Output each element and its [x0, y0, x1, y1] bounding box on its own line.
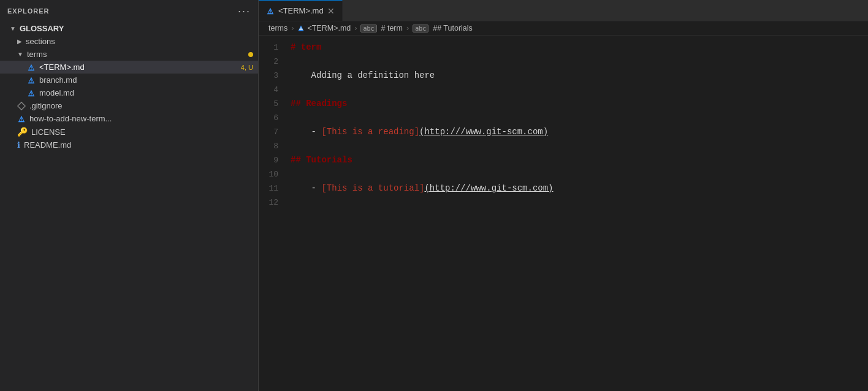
line-content-11: - [This is a tutorial](http:///www.git-s… — [291, 181, 868, 195]
link-text-readings: [This is a reading] — [321, 127, 419, 137]
line-num-10: 10 — [259, 168, 291, 181]
code-line-5: 5 ## Readings — [259, 97, 868, 111]
sidebar: EXPLORER ··· ▼ GLOSSARY ▶ sections ▼ ter… — [0, 0, 259, 391]
line-content-3: Adding a definition here — [291, 69, 868, 82]
line-content-10 — [291, 167, 868, 181]
git-modified-icon-model — [27, 89, 36, 97]
sidebar-item-label: LICENSE — [31, 127, 66, 137]
link-url-readings: (http:///www.git-scm.com) — [419, 127, 548, 137]
line-num-5: 5 — [259, 97, 291, 111]
gitignore-icon — [17, 102, 26, 110]
line-num-11: 11 — [259, 182, 291, 196]
code-line-7: 7 - [This is a reading](http:///www.git-… — [259, 125, 868, 139]
breadcrumb-file-icon — [297, 25, 305, 32]
svg-point-3 — [31, 69, 31, 69]
sidebar-item-term-md[interactable]: <TERM>.md 4, U — [0, 61, 258, 74]
sidebar-item-label: model.md — [39, 88, 74, 97]
code-line-9: 9 ## Tutorials — [259, 153, 868, 167]
sidebar-item-readme[interactable]: ℹ README.md — [0, 139, 258, 151]
terms-modified-dot — [248, 52, 253, 57]
svg-point-16 — [21, 120, 21, 121]
svg-point-7 — [31, 82, 31, 82]
line-content-5: ## Readings — [291, 97, 868, 110]
tab-git-icon — [266, 7, 275, 15]
git-modified-icon — [27, 63, 36, 72]
svg-point-11 — [31, 94, 31, 95]
sidebar-item-label: <TERM>.md — [39, 63, 85, 72]
sidebar-item-label: .gitignore — [29, 101, 62, 110]
editor: <TERM>.md ✕ terms › <TERM>.md › abc # te… — [259, 0, 868, 391]
breadcrumb: terms › <TERM>.md › abc # term › abc ## … — [259, 21, 868, 36]
code-line-6: 6 — [259, 111, 868, 125]
sidebar-item-label: terms — [27, 50, 47, 59]
sidebar-item-license[interactable]: 🔑 LICENSE — [0, 125, 258, 139]
explorer-menu-button[interactable]: ··· — [238, 5, 251, 18]
breadcrumb-terms[interactable]: terms — [268, 24, 287, 32]
code-line-2: 2 — [259, 55, 868, 69]
code-line-8: 8 — [259, 139, 868, 153]
explorer-title: EXPLORER — [7, 7, 50, 15]
file-badge: 4, U — [241, 64, 253, 71]
line-num-4: 4 — [259, 83, 291, 97]
svg-rect-12 — [18, 102, 25, 109]
svg-point-24 — [301, 29, 302, 30]
line-content-2 — [291, 55, 868, 68]
sidebar-item-howto[interactable]: how-to-add-new-term... — [0, 112, 258, 125]
sidebar-item-label: branch.md — [39, 75, 77, 85]
code-line-12: 12 — [259, 196, 868, 210]
breadcrumb-sep-3: › — [406, 24, 409, 32]
code-line-4: 4 — [259, 83, 868, 97]
line-num-12: 12 — [259, 196, 291, 210]
tab-bar: <TERM>.md ✕ — [259, 0, 868, 21]
line-content-8 — [291, 139, 868, 153]
sections-arrow-icon: ▶ — [17, 38, 22, 45]
line-num-8: 8 — [259, 140, 291, 153]
code-editor[interactable]: 1 # term 2 3 Adding a definition here 4 … — [259, 36, 868, 391]
breadcrumb-sep-1: › — [291, 24, 294, 32]
glossary-arrow-icon: ▼ — [10, 25, 16, 32]
line-content-7: - [This is a reading](http:///www.git-sc… — [291, 125, 868, 139]
terms-arrow-icon: ▼ — [17, 51, 23, 58]
link-url-tutorials: (http:///www.git-scm.com) — [424, 183, 553, 193]
sidebar-header: EXPLORER ··· — [0, 0, 258, 22]
git-modified-icon-branch — [27, 76, 36, 85]
sidebar-item-branch-md[interactable]: branch.md — [0, 74, 258, 86]
line-content-6 — [291, 111, 868, 124]
git-modified-icon-howto — [17, 115, 26, 123]
readme-icon: ℹ — [17, 140, 20, 150]
tab-close-button[interactable]: ✕ — [327, 6, 335, 16]
line-num-1: 1 — [259, 41, 291, 55]
sidebar-item-label: sections — [26, 37, 55, 46]
line-content-12 — [291, 196, 868, 209]
link-text-tutorials: [This is a tutorial] — [321, 183, 424, 193]
sidebar-item-label: README.md — [24, 140, 71, 150]
line-num-7: 7 — [259, 126, 291, 139]
breadcrumb-badge-term[interactable]: abc — [360, 25, 376, 32]
sidebar-item-model-md[interactable]: model.md — [0, 86, 258, 99]
svg-point-20 — [270, 12, 270, 13]
line-content-1: # term — [291, 40, 868, 54]
breadcrumb-tutorials-label[interactable]: ## Tutorials — [433, 24, 473, 32]
breadcrumb-sep-2: › — [354, 24, 357, 32]
tab-term-md[interactable]: <TERM>.md ✕ — [259, 0, 343, 21]
sidebar-item-terms[interactable]: ▼ terms — [0, 48, 258, 61]
code-line-11: 11 - [This is a tutorial](http:///www.gi… — [259, 181, 868, 196]
line-content-4 — [291, 83, 868, 96]
code-line-3: 3 Adding a definition here — [259, 69, 868, 83]
sidebar-item-gitignore[interactable]: .gitignore — [0, 99, 258, 112]
breadcrumb-badge-tutorials[interactable]: abc — [413, 25, 428, 32]
breadcrumb-filename[interactable]: <TERM>.md — [307, 24, 351, 32]
code-line-10: 10 — [259, 167, 868, 181]
sidebar-item-label: how-to-add-new-term... — [29, 114, 112, 123]
breadcrumb-term-label[interactable]: # term — [381, 24, 403, 32]
glossary-label: GLOSSARY — [20, 24, 64, 33]
sidebar-item-sections[interactable]: ▶ sections — [0, 35, 258, 48]
line-content-9: ## Tutorials — [291, 153, 868, 167]
line-num-2: 2 — [259, 55, 291, 69]
line-num-6: 6 — [259, 112, 291, 125]
tab-label: <TERM>.md — [278, 6, 324, 15]
license-icon: 🔑 — [17, 127, 28, 137]
code-line-1: 1 # term — [259, 40, 868, 55]
line-num-9: 9 — [259, 154, 291, 167]
glossary-root[interactable]: ▼ GLOSSARY — [0, 22, 258, 35]
